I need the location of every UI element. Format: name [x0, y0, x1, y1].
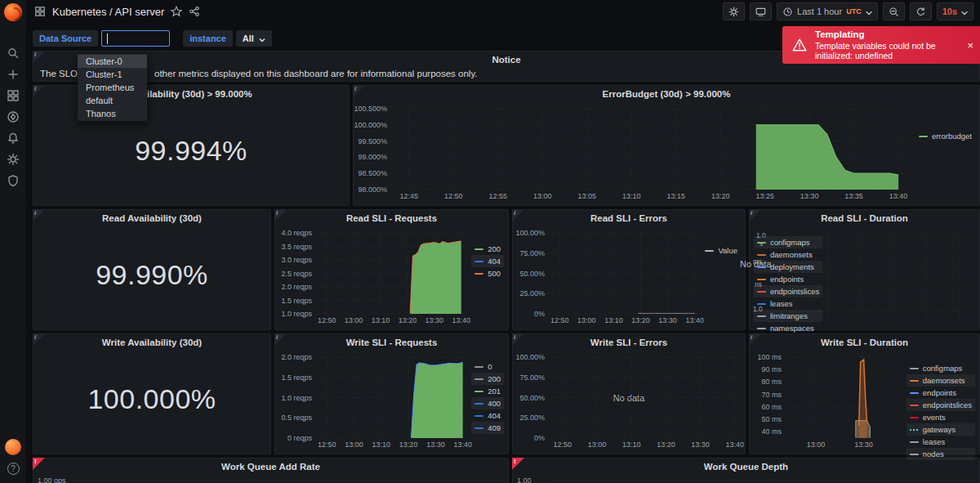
refresh-button[interactable]: [910, 2, 932, 20]
legend-item[interactable]: 404: [471, 255, 504, 267]
dropdown-option[interactable]: Cluster-1: [78, 68, 147, 81]
dropdown-option[interactable]: Thanos: [78, 107, 147, 120]
legend-series-dash: [474, 391, 483, 392]
warning-triangle-icon: [792, 38, 807, 52]
legend-series-dash: [474, 403, 483, 405]
timezone-label: UTC: [846, 7, 862, 16]
datasource-label: Data Source: [33, 30, 98, 47]
admin-shield-icon[interactable]: [0, 170, 26, 191]
legend-item[interactable]: events: [906, 411, 975, 423]
legend-item[interactable]: configmaps: [754, 236, 822, 248]
sidebar: ?: [0, 0, 26, 483]
legend-item[interactable]: endpointslices: [906, 399, 975, 411]
user-avatar[interactable]: [5, 439, 21, 455]
legend-item[interactable]: namespaces: [754, 322, 822, 334]
write-requests-chart[interactable]: 0 reqps0.5 reqps1.0 reqps1.5 reqps2.0 re…: [277, 351, 506, 451]
legend-item[interactable]: 409: [471, 422, 504, 434]
read-requests-chart[interactable]: 1.0 reqps1.5 reqps2.0 reqps2.5 reqps3.0 …: [277, 226, 506, 327]
configuration-gear-icon[interactable]: [0, 149, 26, 170]
star-icon[interactable]: [171, 6, 182, 17]
legend-item[interactable]: 201: [471, 385, 504, 397]
panel-title[interactable]: Write SLI - Errors: [513, 338, 745, 347]
legend-series-dash: [757, 254, 766, 256]
datasource-input[interactable]: [101, 30, 170, 47]
panel-title[interactable]: ErrorBudget (30d) > 99.000%: [354, 89, 979, 99]
help-icon[interactable]: ?: [0, 458, 26, 479]
dashboards-icon[interactable]: [0, 85, 26, 106]
dropdown-option[interactable]: Prometheus: [78, 81, 147, 94]
legend-item[interactable]: 500: [471, 267, 504, 280]
legend-series-dash: [474, 378, 483, 380]
cycle-view-tv-button[interactable]: [750, 2, 772, 20]
legend-series-dash: [474, 366, 483, 368]
search-icon[interactable]: [0, 42, 26, 64]
legend-item[interactable]: configmaps: [906, 362, 975, 374]
legend-series-dash: [919, 136, 928, 137]
datasource-dropdown-menu: Cluster-0 Cluster-1 Prometheus default T…: [78, 54, 147, 121]
panel-title[interactable]: Work Queue Depth: [513, 462, 979, 472]
grafana-dashboard: ? Kubernetes / API server Last 1 hour UT…: [0, 0, 980, 483]
legend-item[interactable]: endpointslices: [754, 285, 822, 297]
refresh-interval-picker[interactable]: 10s: [937, 2, 973, 20]
panel-read-requests: i Read SLI - Requests 1.0 reqps1.5 reqps…: [274, 209, 509, 330]
panel-write-availability: i Write Availability (30d) 100.000%: [33, 333, 271, 454]
template-variables-bar: Data Source instance All: [33, 29, 272, 47]
toast-close-icon[interactable]: ×: [967, 40, 973, 51]
dropdown-option[interactable]: default: [78, 94, 147, 107]
time-range-picker[interactable]: Last 1 hour UTC: [777, 2, 878, 20]
legend-item[interactable]: deployments: [754, 261, 822, 273]
chart-legend: configmapsdaemonsetsendpointsendpointsli…: [906, 362, 975, 460]
legend-item[interactable]: endpoints: [906, 387, 975, 399]
legend-item[interactable]: limitranges: [754, 310, 822, 322]
toast-title: Templating: [815, 29, 960, 39]
legend-item[interactable]: 400: [471, 397, 504, 409]
legend-item[interactable]: leases: [754, 297, 822, 310]
legend-item[interactable]: 200: [471, 243, 504, 255]
chevron-down-icon: [961, 8, 968, 15]
legend-item[interactable]: daemonsets: [906, 374, 975, 387]
errorbudget-chart[interactable]: 98.000%98.500%99.000%99.500%100.000%100.…: [355, 102, 978, 203]
share-icon[interactable]: [189, 6, 200, 17]
dashboard-title[interactable]: Kubernetes / API server: [52, 6, 164, 18]
grafana-logo-icon[interactable]: [4, 3, 22, 21]
panel-title[interactable]: Read SLI - Errors: [513, 213, 745, 223]
legend-item[interactable]: gateways: [906, 423, 975, 436]
legend-item[interactable]: errorbudget: [915, 130, 975, 142]
read-errors-chart[interactable]: 0%25.00%50.00%75.00%100.00%12:5013:0013:…: [514, 226, 743, 327]
write-availability-stat-value: 100.000%: [33, 334, 270, 454]
write-duration-chart[interactable]: 40 ms50 ms60 ms70 ms80 ms90 ms100 ms13:0…: [751, 351, 978, 451]
legend-item[interactable]: Value: [702, 244, 741, 257]
legend-series-dash: [474, 415, 483, 417]
create-plus-icon[interactable]: [0, 64, 26, 85]
dropdown-option[interactable]: Cluster-0: [78, 55, 147, 68]
legend-item[interactable]: 0: [471, 360, 504, 373]
panel-title[interactable]: Write SLI - Requests: [275, 338, 508, 347]
panel-title[interactable]: Read SLI - Duration: [750, 213, 979, 223]
chart-legend: configmapsdaemonsetsdeploymentsendpoints…: [754, 236, 822, 334]
alerting-bell-icon[interactable]: [0, 127, 26, 149]
legend-item[interactable]: leases: [906, 436, 975, 448]
panel-work-queue-add-rate: ! Work Queue Add Rate 1.00 ops: [33, 458, 509, 483]
axis-fragment: 1.00 ops: [38, 476, 66, 483]
panel-title[interactable]: Read SLI - Requests: [275, 213, 508, 223]
refresh-interval-label: 10s: [942, 7, 957, 16]
chart-legend: Value: [702, 244, 741, 257]
read-duration-chart[interactable]: 1.0 s ms ns 1.0 No data configmapsdaemon…: [751, 226, 978, 327]
instance-select[interactable]: All: [236, 30, 272, 47]
panel-title[interactable]: Write SLI - Duration: [750, 338, 979, 347]
explore-compass-icon[interactable]: [0, 106, 26, 127]
dashboard-settings-button[interactable]: [723, 2, 745, 20]
panel-title[interactable]: Work Queue Add Rate: [33, 462, 508, 472]
panel-read-errors: i Read SLI - Errors 0%25.00%50.00%75.00%…: [512, 209, 746, 330]
clock-icon: [782, 7, 793, 17]
legend-item[interactable]: daemonsets: [754, 248, 822, 261]
write-errors-chart[interactable]: No data 0%25.00%50.00%75.00%100.00%12:50…: [514, 351, 743, 451]
legend-item[interactable]: 200: [471, 373, 504, 385]
legend-series-dash: [910, 405, 919, 406]
legend-item[interactable]: 404: [471, 409, 504, 422]
legend-series-dash: [910, 429, 919, 431]
dashboard-grid-icon[interactable]: [34, 6, 46, 17]
legend-item[interactable]: nodes: [906, 448, 975, 460]
legend-item[interactable]: endpoints: [754, 273, 822, 285]
zoom-out-button[interactable]: [883, 2, 905, 20]
